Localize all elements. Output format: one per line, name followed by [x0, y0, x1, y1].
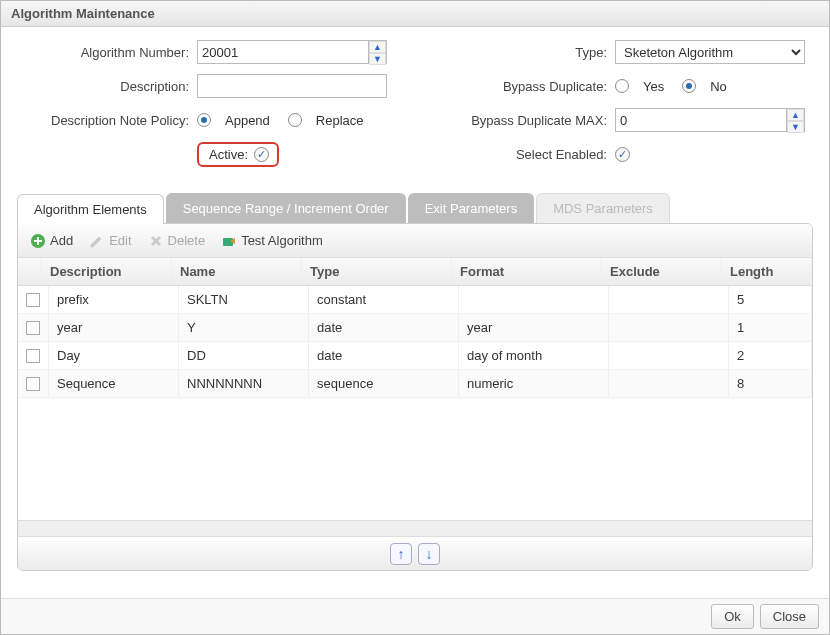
spinner-up-icon[interactable]: ▲	[787, 109, 804, 121]
cell-description: Day	[49, 342, 179, 369]
cell-format	[459, 286, 609, 313]
bypass-duplicate-max-label: Bypass Duplicate MAX:	[435, 113, 615, 128]
cell-name: Y	[179, 314, 309, 341]
add-icon	[30, 233, 46, 249]
cell-type: sequence	[309, 370, 459, 397]
grid-footer: ↑ ↓	[18, 536, 812, 570]
add-button[interactable]: Add	[24, 229, 79, 253]
select-enabled-checkbox[interactable]	[615, 147, 630, 162]
form-area: Algorithm Number: ▲ ▼ Description:	[17, 39, 813, 193]
tab-exit-parameters[interactable]: Exit Parameters	[408, 193, 534, 223]
svg-rect-2	[34, 240, 42, 242]
replace-radio[interactable]	[288, 113, 302, 127]
cell-type: date	[309, 314, 459, 341]
active-highlight: Active:	[197, 142, 279, 167]
dialog-title: Algorithm Maintenance	[1, 1, 829, 27]
algorithm-elements-panel: Add Edit Delete	[17, 223, 813, 571]
cell-format: year	[459, 314, 609, 341]
tab-strip: Algorithm Elements Sequence Range / Incr…	[17, 193, 813, 223]
grid-toolbar: Add Edit Delete	[18, 224, 812, 258]
cell-length: 1	[729, 314, 812, 341]
algorithm-maintenance-dialog: Algorithm Maintenance Algorithm Number: …	[0, 0, 830, 635]
type-label: Type:	[435, 45, 615, 60]
type-select[interactable]: Sketeton Algorithm	[615, 40, 805, 64]
spinner-up-icon[interactable]: ▲	[369, 41, 386, 53]
table-row[interactable]: yearYdateyear1	[18, 314, 812, 342]
row-checkbox[interactable]	[26, 293, 40, 307]
cell-description: prefix	[49, 286, 179, 313]
move-down-button[interactable]: ↓	[418, 543, 440, 565]
test-icon	[221, 233, 237, 249]
cell-type: date	[309, 342, 459, 369]
replace-radio-label: Replace	[316, 113, 364, 128]
bypass-duplicate-max-spinner[interactable]: ▲ ▼	[615, 108, 805, 132]
arrow-up-icon: ↑	[398, 546, 405, 562]
select-enabled-label: Select Enabled:	[435, 147, 615, 162]
cell-type: constant	[309, 286, 459, 313]
cell-description: year	[49, 314, 179, 341]
col-type[interactable]: Type	[302, 258, 452, 285]
col-length[interactable]: Length	[722, 258, 812, 285]
test-algorithm-label: Test Algorithm	[241, 233, 323, 248]
delete-button-label: Delete	[168, 233, 206, 248]
active-checkbox[interactable]	[254, 147, 269, 162]
cell-length: 5	[729, 286, 812, 313]
cell-name: NNNNNNNN	[179, 370, 309, 397]
add-button-label: Add	[50, 233, 73, 248]
append-radio-label: Append	[225, 113, 270, 128]
row-checkbox[interactable]	[26, 377, 40, 391]
edit-button[interactable]: Edit	[83, 229, 137, 253]
description-input[interactable]	[197, 74, 387, 98]
table-row[interactable]: DayDDdateday of month2	[18, 342, 812, 370]
bypass-yes-label: Yes	[643, 79, 664, 94]
bypass-duplicate-label: Bypass Duplicate:	[435, 79, 615, 94]
grid-header: Description Name Type Format Exclude Len…	[18, 258, 812, 286]
delete-icon	[148, 233, 164, 249]
test-algorithm-button[interactable]: Test Algorithm	[215, 229, 329, 253]
cell-format: numeric	[459, 370, 609, 397]
ok-button[interactable]: Ok	[711, 604, 754, 629]
algorithm-number-label: Algorithm Number:	[17, 45, 197, 60]
col-exclude[interactable]: Exclude	[602, 258, 722, 285]
cell-description: Sequence	[49, 370, 179, 397]
bypass-yes-radio[interactable]	[615, 79, 629, 93]
cell-length: 8	[729, 370, 812, 397]
grid-horizontal-scrollbar[interactable]	[18, 520, 812, 536]
move-up-button[interactable]: ↑	[390, 543, 412, 565]
col-format[interactable]: Format	[452, 258, 602, 285]
tab-mds-parameters[interactable]: MDS Parameters	[536, 193, 670, 223]
cell-exclude	[609, 286, 729, 313]
cell-exclude	[609, 314, 729, 341]
cell-name: DD	[179, 342, 309, 369]
bypass-no-radio[interactable]	[682, 79, 696, 93]
bypass-duplicate-max-input[interactable]	[615, 108, 805, 132]
append-radio[interactable]	[197, 113, 211, 127]
row-checkbox[interactable]	[26, 321, 40, 335]
grid-body: prefixSKLTNconstant5yearYdateyear1DayDDd…	[18, 286, 812, 520]
description-note-policy-label: Description Note Policy:	[17, 113, 197, 128]
col-name[interactable]: Name	[172, 258, 302, 285]
table-row[interactable]: SequenceNNNNNNNNsequencenumeric8	[18, 370, 812, 398]
tab-sequence-range[interactable]: Sequence Range / Increment Order	[166, 193, 406, 223]
algorithm-number-spinner[interactable]: ▲ ▼	[197, 40, 387, 64]
dialog-button-bar: Ok Close	[1, 598, 829, 634]
row-checkbox[interactable]	[26, 349, 40, 363]
edit-button-label: Edit	[109, 233, 131, 248]
cell-length: 2	[729, 342, 812, 369]
arrow-down-icon: ↓	[426, 546, 433, 562]
edit-icon	[89, 233, 105, 249]
delete-button[interactable]: Delete	[142, 229, 212, 253]
tab-algorithm-elements[interactable]: Algorithm Elements	[17, 194, 164, 224]
spinner-down-icon[interactable]: ▼	[369, 53, 386, 65]
cell-exclude	[609, 370, 729, 397]
active-label: Active:	[209, 147, 248, 162]
algorithm-number-input[interactable]	[197, 40, 387, 64]
spinner-down-icon[interactable]: ▼	[787, 121, 804, 133]
col-description[interactable]: Description	[42, 258, 172, 285]
cell-exclude	[609, 342, 729, 369]
cell-name: SKLTN	[179, 286, 309, 313]
table-row[interactable]: prefixSKLTNconstant5	[18, 286, 812, 314]
cell-format: day of month	[459, 342, 609, 369]
close-button[interactable]: Close	[760, 604, 819, 629]
bypass-no-label: No	[710, 79, 727, 94]
